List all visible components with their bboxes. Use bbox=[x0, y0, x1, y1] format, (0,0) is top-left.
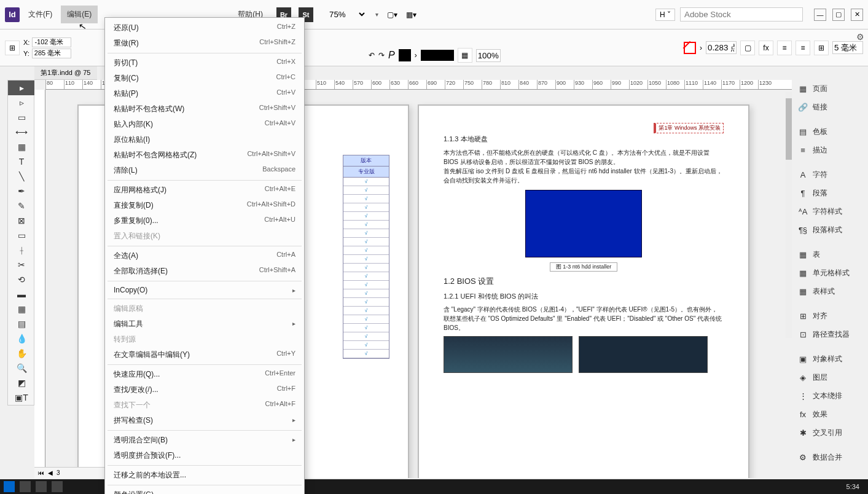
gradient-feather-tool[interactable]: ▦ bbox=[8, 302, 35, 316]
menu-item-b[interactable]: 透明混合空间(B) bbox=[105, 433, 304, 448]
menu-item-f[interactable]: 透明度拼合预设(F)... bbox=[105, 448, 304, 463]
panel-字符[interactable]: A字符 bbox=[794, 166, 866, 183]
zoom-tool[interactable]: 🔍 bbox=[8, 361, 35, 375]
panel-路径查找器[interactable]: ⊡路径查找器 bbox=[794, 326, 866, 343]
menu-item-w[interactable]: 粘贴时不包含格式(W)Ctrl+Shift+V bbox=[105, 101, 304, 117]
gear-icon[interactable]: ⚙ bbox=[856, 32, 864, 42]
eyedropper-tool[interactable]: 💧 bbox=[8, 331, 35, 346]
ruler-tool[interactable]: ⟊ bbox=[8, 243, 35, 257]
arrange-icon[interactable]: ▦▾ bbox=[406, 10, 416, 19]
y-input[interactable] bbox=[32, 49, 71, 58]
menu-item-s[interactable]: 拼写检查(S) bbox=[105, 413, 304, 428]
menu-item-e[interactable]: 全部取消选择(E)Ctrl+Shift+A bbox=[105, 264, 304, 279]
menu-item-a[interactable]: 全选(A)Ctrl+A bbox=[105, 248, 304, 264]
gradient-tool[interactable]: ▬ bbox=[8, 287, 35, 302]
panel-交叉引用[interactable]: ✱交叉引用 bbox=[794, 424, 866, 441]
menu-item-i[interactable]: 原位粘贴(I) bbox=[105, 132, 304, 147]
x-input[interactable] bbox=[32, 37, 71, 47]
taskbar-app-2[interactable] bbox=[36, 481, 47, 492]
minimize-button[interactable]: — bbox=[814, 9, 826, 21]
panel-段落[interactable]: ¶段落 bbox=[794, 184, 866, 202]
taskbar-app-1[interactable] bbox=[20, 481, 31, 492]
menu-item-r[interactable]: 重做(R)Ctrl+Shift+Z bbox=[105, 36, 304, 51]
panel-文本绕排[interactable]: ⋮文本绕排 bbox=[794, 387, 866, 404]
reference-point-icon[interactable]: ⊞ bbox=[5, 41, 20, 55]
type-tool[interactable]: T bbox=[8, 154, 35, 169]
fill-arrow-icon[interactable]: › bbox=[700, 44, 702, 52]
panel-字符样式[interactable]: ᴬA字符样式 bbox=[794, 203, 866, 220]
opacity-icon[interactable]: ▦ bbox=[458, 48, 472, 63]
menu-item-incopyo[interactable]: InCopy(O) bbox=[105, 283, 304, 297]
menu-item-[interactable]: 迁移之前的本地设置... bbox=[105, 468, 304, 483]
gap-tool[interactable]: ⟷ bbox=[8, 125, 35, 139]
menu-item-q[interactable]: 快速应用(Q)...Ctrl+Enter bbox=[105, 367, 304, 382]
panel-对象样式[interactable]: ▣对象样式 bbox=[794, 350, 866, 367]
direct-selection-tool[interactable]: ▹ bbox=[8, 95, 35, 110]
menu-item-l[interactable]: 清除(L)Backspace bbox=[105, 163, 304, 178]
selection-tool[interactable]: ▸ bbox=[8, 80, 35, 95]
menu-item-k[interactable]: 贴入内部(K)Ctrl+Alt+V bbox=[105, 117, 304, 132]
paragraph-icon[interactable]: P bbox=[388, 50, 395, 61]
panel-图层[interactable]: ◈图层 bbox=[794, 369, 866, 386]
first-page-icon[interactable]: ⏮ bbox=[38, 469, 44, 476]
search-input[interactable] bbox=[680, 7, 803, 22]
rectangle-tool[interactable]: ▭ bbox=[8, 228, 35, 243]
panel-效果[interactable]: fx效果 bbox=[794, 406, 866, 423]
maximize-button[interactable]: ▢ bbox=[832, 9, 845, 21]
workspace-select[interactable]: H ˅ bbox=[655, 9, 675, 21]
fx-icon[interactable]: fx bbox=[759, 41, 773, 55]
page-tool[interactable]: ▭ bbox=[8, 110, 35, 125]
menu-item-g[interactable]: 颜色设置(G)... bbox=[105, 487, 304, 494]
panel-描边[interactable]: ≡描边 bbox=[794, 141, 866, 159]
content-collector-tool[interactable]: ▦ bbox=[8, 139, 35, 154]
panel-对齐[interactable]: ⊞对齐 bbox=[794, 307, 866, 324]
menu-item-0[interactable]: 多重复制(0)...Ctrl+Alt+U bbox=[105, 213, 304, 229]
taskbar-app-3[interactable] bbox=[52, 481, 63, 492]
stroke-weight-input[interactable] bbox=[706, 41, 737, 54]
menu-item-y[interactable]: 在文章编辑器中编辑(Y)Ctrl+Y bbox=[105, 347, 304, 363]
menu-file[interactable]: 文件(F) bbox=[22, 6, 58, 23]
screen-mode-icon[interactable]: ▢▾ bbox=[387, 10, 397, 19]
view-mode-toggle[interactable]: ▣T bbox=[8, 390, 35, 405]
panel-段落样式[interactable]: ¶§段落样式 bbox=[794, 221, 866, 238]
hand-tool[interactable]: ✋ bbox=[8, 346, 35, 361]
pencil-tool[interactable]: ✎ bbox=[8, 198, 35, 213]
vertical-scrollbar[interactable] bbox=[786, 92, 792, 338]
gap-input[interactable] bbox=[832, 41, 863, 54]
menu-item-c[interactable]: 复制(C)Ctrl+C bbox=[105, 71, 304, 86]
fill-swatch[interactable] bbox=[684, 42, 696, 54]
opacity-input[interactable] bbox=[476, 49, 501, 62]
panel-链接[interactable]: 🔗链接 bbox=[794, 98, 866, 116]
note-tool[interactable]: ▤ bbox=[8, 316, 35, 331]
panel-表样式[interactable]: ▦表样式 bbox=[794, 283, 866, 300]
stroke-arrow-icon[interactable]: › bbox=[415, 51, 417, 60]
zoom-select[interactable]: 75% bbox=[323, 8, 367, 21]
panel-色板[interactable]: ▤色板 bbox=[794, 123, 866, 140]
view-options-icon[interactable]: ▾ bbox=[375, 11, 378, 18]
panel-表[interactable]: ▦表 bbox=[794, 246, 866, 263]
undo-icon[interactable]: ↶ bbox=[369, 51, 375, 60]
menu-item-j[interactable]: 应用网格格式(J)Ctrl+Alt+E bbox=[105, 182, 304, 198]
pen-tool[interactable]: ✒ bbox=[8, 184, 35, 198]
corner-icon[interactable]: ▢ bbox=[740, 41, 755, 55]
grid-icon[interactable]: ⊞ bbox=[814, 41, 829, 55]
align-left-icon[interactable]: ≡ bbox=[777, 41, 792, 55]
align-right-icon[interactable]: ≡ bbox=[796, 41, 810, 55]
menu-edit[interactable]: 编辑(E) bbox=[61, 6, 98, 23]
menu-item-p[interactable]: 粘贴(P)Ctrl+V bbox=[105, 86, 304, 101]
panel-数据合并[interactable]: ⚙数据合并 bbox=[794, 449, 866, 466]
redo-icon[interactable]: ↷ bbox=[378, 51, 385, 60]
menu-item-t[interactable]: 剪切(T)Ctrl+X bbox=[105, 55, 304, 71]
menu-item-d[interactable]: 直接复制(D)Ctrl+Alt+Shift+D bbox=[105, 198, 304, 213]
stroke-color-swatch[interactable] bbox=[399, 49, 411, 61]
stroke-style-select[interactable] bbox=[421, 50, 454, 61]
prev-page-icon[interactable]: ◀ bbox=[48, 469, 53, 476]
menu-item-z[interactable]: 粘贴时不包含网格格式(Z)Ctrl+Alt+Shift+V bbox=[105, 147, 304, 163]
menu-item-u[interactable]: 还原(U)Ctrl+Z bbox=[105, 20, 304, 36]
panel-单元格样式[interactable]: ▦单元格样式 bbox=[794, 264, 866, 281]
close-button[interactable]: ✕ bbox=[851, 9, 863, 21]
menu-item-[interactable]: 编辑工具 bbox=[105, 316, 304, 332]
start-button[interactable] bbox=[4, 481, 15, 492]
frame-tool[interactable]: ⊠ bbox=[8, 213, 35, 228]
panel-页面[interactable]: ▦页面 bbox=[794, 80, 866, 97]
